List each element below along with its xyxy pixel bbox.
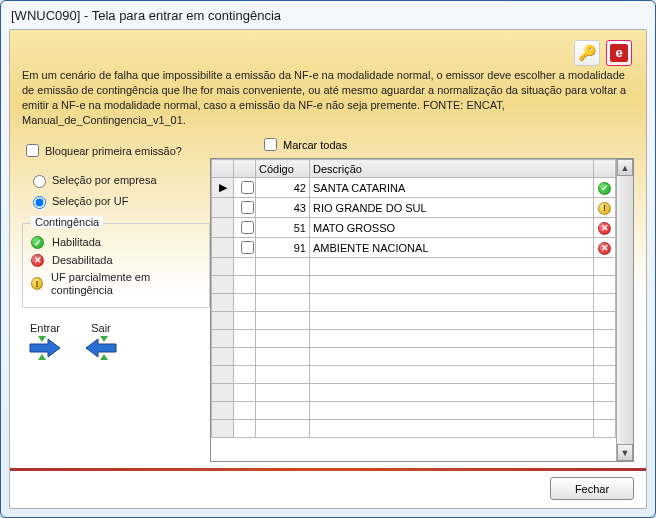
arrow-right-icon [28, 336, 62, 360]
selecao-radio-group: Seleção por empresa Seleção por UF [22, 172, 210, 209]
status-icon: ✕ [598, 242, 611, 255]
bloquear-checkbox-row[interactable]: Bloquear primeira emissão? [22, 141, 210, 160]
svg-marker-2 [38, 354, 46, 360]
status-icon: ! [598, 202, 611, 215]
grid-header-status [594, 160, 616, 178]
radio-empresa[interactable] [33, 175, 46, 188]
scroll-up-icon[interactable]: ▲ [617, 159, 633, 176]
row-check-cell[interactable] [234, 238, 256, 258]
row-descricao: SANTA CATARINA [310, 178, 594, 198]
row-check-cell[interactable] [234, 198, 256, 218]
table-row-empty [212, 366, 616, 384]
row-codigo: 91 [256, 238, 310, 258]
table-row-empty [212, 330, 616, 348]
sair-button[interactable]: Sair [84, 322, 118, 360]
table-row-empty [212, 348, 616, 366]
radio-empresa-label: Seleção por empresa [52, 174, 157, 186]
sair-label: Sair [91, 322, 111, 334]
entrar-label: Entrar [30, 322, 60, 334]
row-checkbox[interactable] [241, 241, 254, 254]
dialog-window: [WNUC090] - Tela para entrar em contingê… [0, 0, 656, 518]
table-row-empty [212, 402, 616, 420]
marcar-todas-label: Marcar todas [283, 139, 347, 151]
table-row[interactable]: 91AMBIENTE NACIONAL✕ [212, 238, 616, 258]
warn-icon: ! [31, 277, 43, 290]
row-check-cell[interactable] [234, 218, 256, 238]
row-codigo: 43 [256, 198, 310, 218]
svg-marker-0 [30, 339, 60, 357]
logo-icon[interactable]: e [606, 40, 632, 66]
status-icon: ✕ [598, 222, 611, 235]
grid-header-codigo[interactable]: Código [256, 160, 310, 178]
row-indicator [212, 198, 234, 218]
row-check-cell[interactable] [234, 178, 256, 198]
fechar-button[interactable]: Fechar [550, 477, 634, 500]
legend-habilitada: ✓ Habilitada [31, 236, 201, 249]
svg-marker-3 [86, 339, 116, 357]
key-icon[interactable]: 🔑 [574, 40, 600, 66]
grid-scrollbar[interactable]: ▲ ▼ [616, 159, 633, 461]
row-indicator [212, 238, 234, 258]
grid-header-row: Código Descrição [212, 160, 616, 178]
row-checkbox[interactable] [241, 221, 254, 234]
row-status: ✕ [594, 218, 616, 238]
svg-marker-5 [100, 354, 108, 360]
row-codigo: 51 [256, 218, 310, 238]
window-title: [WNUC090] - Tela para entrar em contingê… [11, 8, 281, 23]
row-status: ✕ [594, 238, 616, 258]
grid-wrap: Código Descrição ▶42SANTA CATARINA✓43RIO… [210, 158, 634, 462]
row-descricao: RIO GRANDE DO SUL [310, 198, 594, 218]
marcar-todas-row[interactable]: Marcar todas [260, 135, 634, 154]
table-row[interactable]: ▶42SANTA CATARINA✓ [212, 178, 616, 198]
grid-header-check [234, 160, 256, 178]
grid-header-descricao[interactable]: Descrição [310, 160, 594, 178]
row-status: ! [594, 198, 616, 218]
row-checkbox[interactable] [241, 201, 254, 214]
left-panel: Bloquear primeira emissão? Seleção por e… [22, 135, 210, 462]
row-descricao: MATO GROSSO [310, 218, 594, 238]
legend-box: Contingência ✓ Habilitada ✕ Desabilitada… [22, 223, 210, 308]
table-row-empty [212, 258, 616, 276]
footer-separator [10, 468, 646, 471]
row-codigo: 42 [256, 178, 310, 198]
marcar-todas-checkbox[interactable] [264, 138, 277, 151]
table-row-empty [212, 420, 616, 438]
table-row-empty [212, 276, 616, 294]
grid-header-indicator [212, 160, 234, 178]
bloquear-label: Bloquear primeira emissão? [45, 145, 182, 157]
check-icon: ✓ [31, 236, 44, 249]
table-row[interactable]: 51MATO GROSSO✕ [212, 218, 616, 238]
content-frame: 🔑 e Em um cenário de falha que impossibi… [9, 29, 647, 509]
row-status: ✓ [594, 178, 616, 198]
table-row[interactable]: 43RIO GRANDE DO SUL! [212, 198, 616, 218]
legend-desabilitada: ✕ Desabilitada [31, 254, 201, 267]
row-checkbox[interactable] [241, 181, 254, 194]
scroll-down-icon[interactable]: ▼ [617, 444, 633, 461]
row-descricao: AMBIENTE NACIONAL [310, 238, 594, 258]
svg-marker-4 [100, 336, 108, 342]
radio-uf[interactable] [33, 196, 46, 209]
grid-area: Marcar todas Código [210, 135, 634, 462]
entrar-button[interactable]: Entrar [28, 322, 62, 360]
x-icon: ✕ [31, 254, 44, 267]
status-icon: ✓ [598, 182, 611, 195]
table-row-empty [212, 384, 616, 402]
titlebar: [WNUC090] - Tela para entrar em contingê… [1, 1, 655, 29]
intro-text: Em um cenário de falha que impossibilite… [22, 68, 634, 127]
svg-marker-1 [38, 336, 46, 342]
data-grid[interactable]: Código Descrição ▶42SANTA CATARINA✓43RIO… [211, 159, 616, 438]
bloquear-checkbox[interactable] [26, 144, 39, 157]
table-row-empty [212, 294, 616, 312]
table-row-empty [212, 312, 616, 330]
row-indicator [212, 218, 234, 238]
legend-parcial: ! UF parcialmente em contingência [31, 271, 201, 297]
radio-uf-row[interactable]: Seleção por UF [28, 193, 210, 209]
radio-empresa-row[interactable]: Seleção por empresa [28, 172, 210, 188]
row-indicator: ▶ [212, 178, 234, 198]
radio-uf-label: Seleção por UF [52, 195, 128, 207]
arrow-left-icon [84, 336, 118, 360]
legend-title: Contingência [31, 216, 103, 228]
